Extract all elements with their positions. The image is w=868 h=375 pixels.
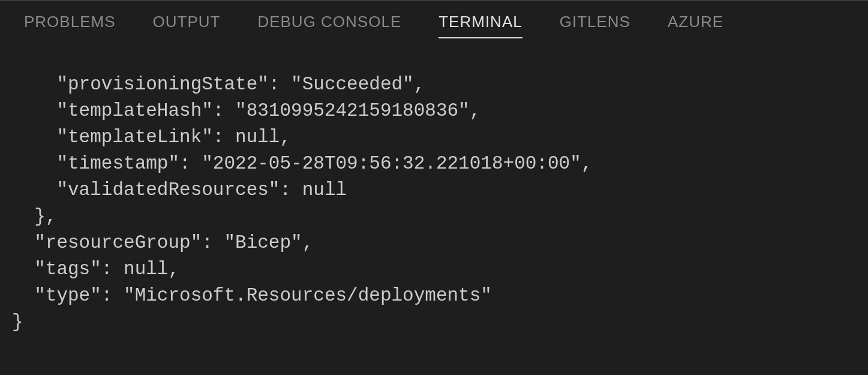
terminal-line: "provisioningState": "Succeeded",: [12, 74, 425, 95]
tab-terminal[interactable]: TERMINAL: [438, 13, 522, 38]
tab-debug-console[interactable]: DEBUG CONSOLE: [257, 13, 401, 38]
terminal-line: },: [12, 206, 56, 227]
terminal-line: "templateLink": null,: [12, 127, 291, 148]
tab-problems[interactable]: PROBLEMS: [24, 13, 116, 38]
terminal-line: "validatedResources": null: [12, 179, 347, 200]
tab-gitlens[interactable]: GITLENS: [560, 13, 630, 38]
terminal-line: "type": "Microsoft.Resources/deployments…: [12, 285, 492, 306]
terminal-line: "templateHash": "8310995242159180836",: [12, 100, 480, 121]
terminal-line: }: [12, 311, 23, 332]
terminal-line: "tags": null,: [12, 259, 179, 280]
tab-azure[interactable]: AZURE: [668, 13, 723, 38]
tab-output[interactable]: OUTPUT: [153, 13, 221, 38]
panel-tabs: PROBLEMS OUTPUT DEBUG CONSOLE TERMINAL G…: [0, 1, 868, 38]
terminal-line: "timestamp": "2022-05-28T09:56:32.221018…: [12, 153, 592, 174]
terminal-line: "resourceGroup": "Bicep",: [12, 232, 313, 253]
terminal-output[interactable]: "provisioningState": "Succeeded", "templ…: [0, 38, 868, 347]
